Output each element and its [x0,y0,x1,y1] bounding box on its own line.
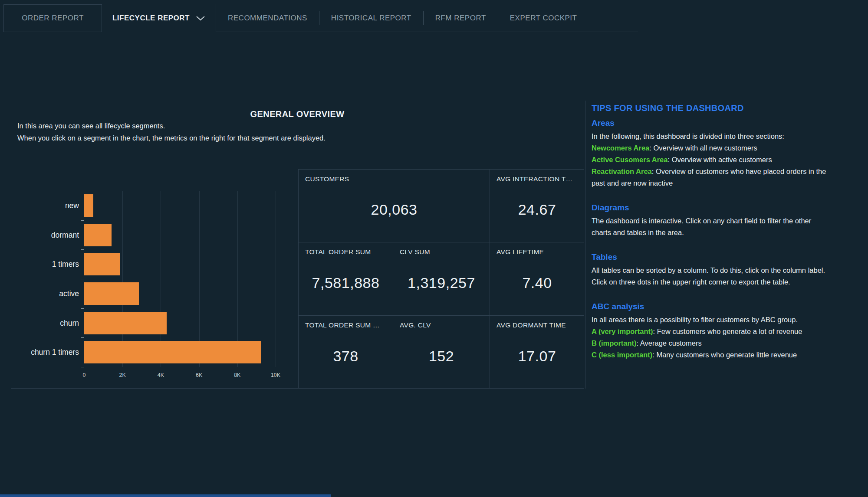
category-label: new [10,200,79,211]
metric-value: 1,319,257 [408,275,475,291]
y-axis-tick [81,249,84,250]
metric-value: 7,581,888 [312,275,380,291]
tips-title: TIPS FOR USING THE DASHBOARD [592,103,843,113]
x-axis-tick-label: 10K [266,372,285,378]
tips-section-heading: Tables [592,252,843,262]
overview-description-line2: When you click on a segment in the chart… [17,132,326,144]
tab-recommendations[interactable]: RECOMMENDATIONS [216,4,319,32]
metric-card-total-order-sum-avg: TOTAL ORDER SUM … 378 [299,316,393,389]
metrics-grid: CUSTOMERS 20,063 AVG INTERACTION T… 24.6… [298,169,584,388]
metric-card-avg-lifetime: AVG LIFETIME 7.40 [490,242,584,316]
tab-historical-report[interactable]: HISTORICAL REPORT [319,4,423,32]
category-label: churn 1 timers [10,347,79,358]
metric-card-customers: CUSTOMERS 20,063 [299,170,490,242]
metric-label: TOTAL ORDER SUM … [305,321,386,329]
y-axis-tick [81,367,84,367]
y-axis-tick [81,337,84,338]
metric-label: AVG. CLV [400,321,483,329]
metric-label: AVG INTERACTION T… [496,175,578,183]
bar-churn[interactable] [84,312,167,334]
metric-card-clv-sum: CLV SUM 1,319,257 [393,242,490,316]
tips-line: past and are now inactive [592,177,843,189]
tips-panel: TIPS FOR USING THE DASHBOARD Areas In th… [592,103,843,361]
tips-section-heading: Diagrams [592,203,843,213]
tips-line: Newcomers Area: Overview with all new cu… [592,142,843,154]
metric-value: 20,063 [371,201,418,218]
chart-gridline [276,191,276,367]
metric-value: 152 [429,348,454,365]
tips-line: In the following, this dashboard is divi… [592,131,843,142]
tips-section-diagrams: Diagrams The dashboard is interactive. C… [592,203,843,239]
tab-label: RECOMMENDATIONS [228,14,307,23]
tips-line: charts and tables in the area. [592,227,843,239]
tips-line: A (very important): Few customers who ge… [592,326,843,337]
x-axis-tick-label: 8K [228,372,247,378]
metric-card-total-order-sum: TOTAL ORDER SUM 7,581,888 [299,242,393,316]
x-axis-tick-label: 6K [190,372,209,378]
x-axis-tick-label: 2K [113,372,132,378]
bar-1-timers[interactable] [84,253,120,275]
bar-dormant[interactable] [84,224,112,246]
page-title: GENERAL OVERVIEW [11,109,584,119]
tips-section-heading: ABC analysis [592,302,843,311]
metric-value: 7.40 [522,275,552,291]
tab-expert-cockpit[interactable]: EXPERT COCKPIT [498,4,589,32]
tab-lifecycle-report[interactable]: LIFECYCLE REPORT [102,4,216,32]
metric-label: CUSTOMERS [305,175,483,183]
tab-label: ORDER REPORT [22,14,84,23]
metric-card-avg-clv: AVG. CLV 152 [393,316,490,389]
x-axis-tick-label: 0 [75,372,94,378]
tab-label: LIFECYCLE REPORT [112,14,190,23]
tips-line: In all areas there is a possibility to f… [592,314,843,326]
tips-line: Reactivation Area: Overview of customers… [592,166,843,177]
tips-section-tables: Tables All tables can be sorted by a col… [592,252,843,288]
bottom-accent-bar [0,494,331,497]
tab-bar: ORDER REPORT LIFECYCLE REPORT RECOMMENDA… [3,4,638,32]
tab-label: RFM REPORT [435,14,486,23]
tips-line: Active Cusomers Area: Overview with acti… [592,154,843,166]
bar-chart-plot: 02K4K6K8K10Knewdormant1 timersactivechur… [84,191,275,367]
metric-label: AVG DORMANT TIME [496,321,578,329]
panel-divider-horizontal [11,388,584,389]
overview-description-line1: In this area you can see all lifecycle s… [17,120,326,132]
tips-section-heading: Areas [592,118,843,128]
y-axis-tick [81,220,84,221]
metric-value: 378 [333,348,358,365]
metric-card-avg-dormant-time: AVG DORMANT TIME 17.07 [490,316,584,389]
y-axis-tick [81,308,84,309]
category-label: active [10,288,79,299]
metric-label: TOTAL ORDER SUM [305,248,386,256]
dashboard-page: ORDER REPORT LIFECYCLE REPORT RECOMMENDA… [0,0,868,497]
metric-card-avg-interaction-time: AVG INTERACTION T… 24.67 [490,170,584,242]
tab-label: HISTORICAL REPORT [331,14,411,23]
tab-order-report[interactable]: ORDER REPORT [3,4,102,32]
category-label: churn [10,317,79,329]
metric-label: AVG LIFETIME [496,248,578,256]
category-label: dormant [10,229,79,241]
bar-active[interactable] [84,282,139,305]
chevron-down-icon[interactable] [196,16,205,21]
bar-churn-1-timers[interactable] [84,341,261,363]
tips-line: C (less important): Many customers who g… [592,349,843,361]
tab-rfm-report[interactable]: RFM REPORT [424,4,498,32]
tips-line: Click on three dots in the upper right c… [592,276,843,288]
category-label: 1 timers [10,258,79,270]
tips-line: The dashboard is interactive. Click on a… [592,215,843,227]
bar-new[interactable] [84,194,93,217]
tips-section-abc-analysis: ABC analysis In all areas there is a pos… [592,302,843,361]
y-axis-tick [81,191,84,191]
panel-divider-vertical [585,101,585,389]
overview-description: In this area you can see all lifecycle s… [17,120,326,144]
metric-label: CLV SUM [400,248,483,256]
x-axis-tick-label: 4K [151,372,170,378]
tips-line: All tables can be sorted by a column. To… [592,265,843,276]
metric-value: 17.07 [518,348,556,365]
metric-value: 24.67 [518,201,556,218]
tab-label: EXPERT COCKPIT [510,14,577,23]
tips-line: B (important): Average customers [592,337,843,349]
y-axis-tick [81,279,84,279]
tips-section-areas: Areas In the following, this dashboard i… [592,118,843,189]
